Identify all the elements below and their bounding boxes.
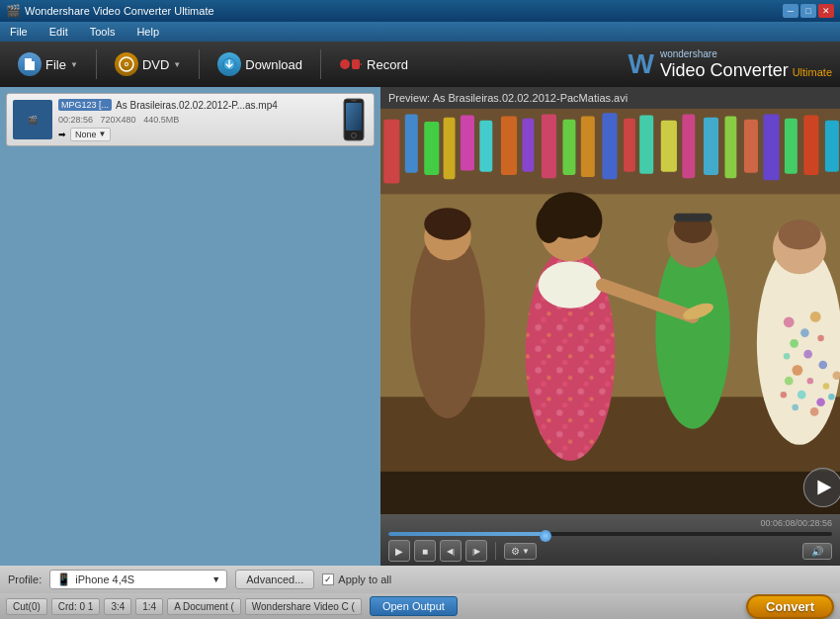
- brand-suffix: Ultimate: [793, 66, 832, 78]
- svg-point-63: [792, 365, 802, 376]
- next-button[interactable]: |▶: [465, 540, 487, 562]
- apply-all-checkbox[interactable]: [322, 574, 334, 585]
- menu-bar: File Edit Tools Help: [0, 22, 840, 42]
- svg-point-61: [803, 350, 812, 359]
- video-settings-button[interactable]: ⚙ ▼: [504, 543, 537, 560]
- svg-point-4: [340, 59, 350, 69]
- advanced-button[interactable]: Advanced...: [235, 570, 314, 589]
- status-tab-5[interactable]: Wondershare Video C (: [245, 598, 362, 615]
- profile-select[interactable]: 📱 iPhone 4,4S ▼: [49, 570, 227, 589]
- dvd-dropdown-arrow: ▼: [173, 60, 181, 69]
- svg-rect-79: [380, 472, 840, 514]
- output-format-dropdown[interactable]: None ▼: [70, 128, 111, 141]
- svg-rect-20: [501, 117, 517, 175]
- svg-rect-9: [346, 103, 362, 131]
- svg-rect-24: [581, 117, 595, 178]
- video-preview: [380, 109, 840, 514]
- play-icon: ▶: [395, 546, 403, 557]
- file-button[interactable]: File ▼: [8, 47, 88, 81]
- file-icon: [18, 52, 42, 76]
- stop-button[interactable]: ■: [414, 540, 436, 562]
- open-output-button[interactable]: Open Output: [370, 596, 458, 616]
- minimize-button[interactable]: ─: [783, 4, 798, 18]
- settings-icon: ⚙: [511, 546, 520, 557]
- svg-point-70: [816, 398, 825, 406]
- preview-area: [380, 109, 840, 514]
- svg-point-67: [823, 383, 829, 389]
- svg-point-2: [126, 63, 127, 65]
- svg-point-69: [781, 392, 787, 398]
- svg-rect-5: [352, 59, 360, 69]
- progress-fill: [388, 532, 544, 536]
- status-tab-2[interactable]: 3:4: [104, 598, 131, 615]
- svg-rect-14: [383, 120, 399, 184]
- svg-point-66: [785, 377, 794, 386]
- svg-rect-22: [542, 114, 556, 178]
- menu-edit[interactable]: Edit: [43, 24, 74, 40]
- prev-button[interactable]: ◀|: [440, 540, 462, 562]
- svg-rect-23: [562, 120, 575, 175]
- iphone-svg: [343, 98, 365, 141]
- settings-arrow: ▼: [522, 547, 530, 556]
- close-button[interactable]: ✕: [818, 4, 834, 18]
- brand-logo: W wondershare Video Converter Ultimate: [628, 48, 832, 81]
- svg-rect-36: [825, 121, 839, 172]
- download-icon: [217, 52, 241, 76]
- svg-point-73: [828, 394, 834, 399]
- svg-rect-27: [639, 115, 653, 173]
- time-current: 00:06:08: [760, 518, 795, 528]
- toolbar-sep-3: [320, 49, 321, 79]
- svg-point-64: [818, 361, 827, 370]
- svg-rect-11: [351, 100, 357, 102]
- download-label: Download: [245, 57, 302, 72]
- record-label: Record: [367, 57, 408, 72]
- progress-bar[interactable]: [388, 532, 832, 536]
- svg-rect-21: [522, 119, 534, 172]
- svg-rect-28: [661, 121, 677, 172]
- left-panel: 🎬 MPG123 [... As Brasileiras.02.02.2012-…: [0, 87, 380, 566]
- status-tab-3[interactable]: 1:4: [135, 598, 163, 615]
- convert-button[interactable]: Convert: [746, 594, 834, 619]
- svg-rect-15: [405, 114, 418, 172]
- svg-rect-33: [763, 114, 779, 180]
- svg-marker-6: [360, 60, 362, 68]
- menu-file[interactable]: File: [4, 24, 34, 40]
- status-tab-0[interactable]: Cut(0): [6, 598, 47, 615]
- bottom-bar: Profile: 📱 iPhone 4,4S ▼ Advanced... App…: [0, 566, 840, 593]
- menu-tools[interactable]: Tools: [84, 24, 122, 40]
- title-bar-left: 🎬 Wondershare Video Converter Ultimate: [6, 4, 214, 18]
- dvd-button[interactable]: DVD ▼: [105, 47, 191, 81]
- progress-thumb[interactable]: [540, 530, 551, 542]
- file-duration: 00:28:56: [58, 115, 93, 125]
- restore-button[interactable]: □: [800, 4, 816, 18]
- volume-button[interactable]: 🔊: [802, 543, 832, 560]
- download-button[interactable]: Download: [208, 47, 312, 81]
- svg-point-47: [581, 204, 603, 238]
- svg-rect-34: [785, 119, 798, 174]
- prev-icon: ◀|: [447, 547, 455, 556]
- file-output-row: ➡ None ▼: [58, 128, 334, 141]
- svg-point-72: [810, 407, 819, 416]
- output-format-arrow: ▼: [99, 130, 107, 138]
- file-label: File: [45, 57, 66, 72]
- status-tab-4[interactable]: A Document (: [167, 598, 241, 615]
- svg-rect-35: [803, 115, 818, 174]
- svg-point-59: [790, 339, 798, 348]
- file-item[interactable]: 🎬 MPG123 [... As Brasileiras.02.02.2012-…: [6, 93, 375, 146]
- status-tab-1[interactable]: Crd: 0 1: [51, 598, 101, 615]
- brand-text: wondershare Video Converter Ultimate: [660, 48, 832, 81]
- record-button[interactable]: Record: [329, 47, 418, 81]
- svg-rect-19: [479, 121, 492, 172]
- play-button[interactable]: ▶: [388, 540, 410, 562]
- menu-help[interactable]: Help: [130, 24, 165, 40]
- title-bar-controls: ─ □ ✕: [783, 4, 834, 18]
- time-display: 00:06:08/00:28:56: [760, 518, 832, 528]
- file-size: 440.5MB: [143, 115, 179, 125]
- file-format: MPG123 [...: [58, 99, 112, 111]
- svg-rect-31: [724, 117, 736, 179]
- svg-rect-17: [444, 118, 456, 180]
- time-total: 00:28:56: [798, 518, 832, 528]
- scene-svg: [380, 109, 840, 514]
- dvd-label: DVD: [142, 57, 169, 72]
- svg-point-76: [778, 220, 820, 249]
